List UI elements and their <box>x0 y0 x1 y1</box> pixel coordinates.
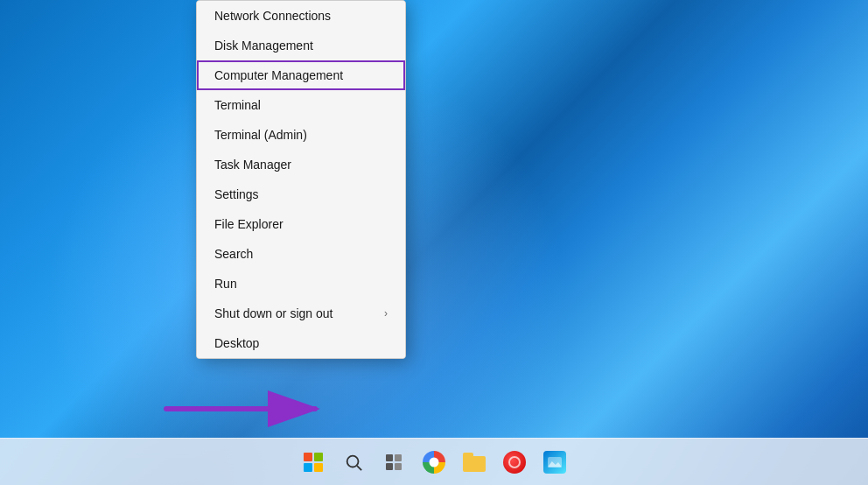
taskbar <box>0 438 868 485</box>
file-explorer-button[interactable] <box>455 443 494 481</box>
menu-item-terminal-admin[interactable]: Terminal (Admin) <box>197 120 405 150</box>
menu-item-computer-management[interactable]: Computer Management <box>197 60 405 90</box>
menu-item-shut-down[interactable]: Shut down or sign out › <box>197 299 405 328</box>
menu-item-disk-management[interactable]: Disk Management <box>197 31 405 60</box>
photos-icon <box>543 451 566 474</box>
photos-button[interactable] <box>536 443 574 481</box>
menu-item-settings[interactable]: Settings <box>197 179 405 209</box>
folder-icon <box>463 453 486 472</box>
taskbar-icon-group <box>294 443 574 481</box>
instruction-arrow <box>158 387 332 434</box>
start-button[interactable] <box>294 443 332 481</box>
task-view-icon <box>386 454 402 470</box>
chrome-icon <box>423 451 445 474</box>
task-view-button[interactable] <box>374 443 413 481</box>
submenu-arrow-icon: › <box>384 307 388 320</box>
menu-item-desktop[interactable]: Desktop <box>197 328 405 358</box>
svg-point-1 <box>347 455 359 467</box>
desktop-background <box>0 0 868 485</box>
chrome-button[interactable] <box>415 443 453 481</box>
opera-icon <box>503 451 526 474</box>
windows-logo-icon <box>304 453 323 472</box>
menu-item-terminal[interactable]: Terminal <box>197 90 405 120</box>
context-menu: Network Connections Disk Management Comp… <box>196 0 406 359</box>
menu-item-network-connections[interactable]: Network Connections <box>197 1 405 31</box>
menu-item-task-manager[interactable]: Task Manager <box>197 150 405 179</box>
wallpaper-swirls <box>0 0 868 485</box>
arrow-svg <box>158 387 332 431</box>
search-button[interactable] <box>334 443 373 481</box>
menu-item-run[interactable]: Run <box>197 269 405 299</box>
svg-line-2 <box>357 466 361 470</box>
search-icon <box>344 453 363 472</box>
menu-item-file-explorer[interactable]: File Explorer <box>197 209 405 239</box>
menu-item-search[interactable]: Search <box>197 239 405 269</box>
opera-button[interactable] <box>495 443 534 481</box>
